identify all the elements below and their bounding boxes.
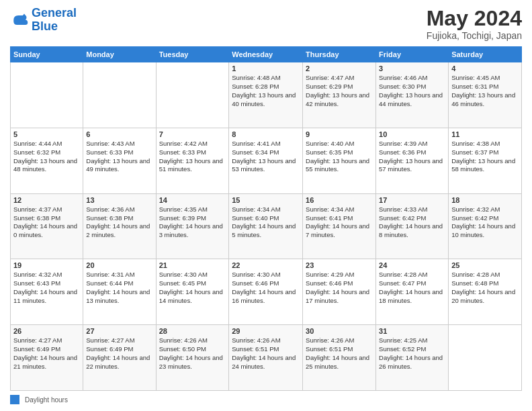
calendar-week-1: 5Sunrise: 4:44 AM Sunset: 6:32 PM Daylig… xyxy=(11,128,522,193)
day-number: 20 xyxy=(86,261,152,269)
day-info: Sunrise: 4:26 AM Sunset: 6:51 PM Dayligh… xyxy=(306,336,373,371)
day-number: 12 xyxy=(13,196,80,204)
day-info: Sunrise: 4:37 AM Sunset: 6:38 PM Dayligh… xyxy=(13,205,80,240)
day-info: Sunrise: 4:30 AM Sunset: 6:45 PM Dayligh… xyxy=(159,271,226,305)
col-header-sunday: Sunday xyxy=(11,47,83,62)
day-number: 11 xyxy=(451,130,519,138)
day-info: Sunrise: 4:32 AM Sunset: 6:43 PM Dayligh… xyxy=(13,271,80,305)
footer-bar: Daylight hours xyxy=(10,395,522,404)
day-number: 5 xyxy=(13,130,80,138)
day-number: 16 xyxy=(306,196,373,204)
calendar-cell: 29Sunrise: 4:26 AM Sunset: 6:51 PM Dayli… xyxy=(229,325,303,391)
calendar-table: SundayMondayTuesdayWednesdayThursdayFrid… xyxy=(10,46,522,391)
calendar-cell: 27Sunrise: 4:27 AM Sunset: 6:49 PM Dayli… xyxy=(83,325,156,391)
calendar-cell: 21Sunrise: 4:30 AM Sunset: 6:45 PM Dayli… xyxy=(156,259,229,325)
day-number: 17 xyxy=(379,196,445,204)
day-number: 2 xyxy=(306,64,373,73)
day-number: 4 xyxy=(451,64,519,73)
day-info: Sunrise: 4:38 AM Sunset: 6:37 PM Dayligh… xyxy=(451,140,519,174)
logo-icon xyxy=(10,11,29,30)
day-info: Sunrise: 4:40 AM Sunset: 6:35 PM Dayligh… xyxy=(306,140,373,174)
calendar-cell: 24Sunrise: 4:28 AM Sunset: 6:47 PM Dayli… xyxy=(376,259,449,325)
day-info: Sunrise: 4:31 AM Sunset: 6:44 PM Dayligh… xyxy=(86,271,152,305)
calendar-week-0: 1Sunrise: 4:48 AM Sunset: 6:28 PM Daylig… xyxy=(11,62,522,128)
day-number: 29 xyxy=(232,327,300,335)
day-number: 22 xyxy=(232,261,300,269)
day-info: Sunrise: 4:25 AM Sunset: 6:52 PM Dayligh… xyxy=(379,336,445,371)
day-info: Sunrise: 4:28 AM Sunset: 6:48 PM Dayligh… xyxy=(451,271,519,305)
logo-text: General Blue xyxy=(32,7,77,34)
day-number: 26 xyxy=(13,327,80,335)
day-info: Sunrise: 4:48 AM Sunset: 6:28 PM Dayligh… xyxy=(232,74,300,108)
col-header-tuesday: Tuesday xyxy=(156,47,229,62)
calendar-cell: 14Sunrise: 4:35 AM Sunset: 6:39 PM Dayli… xyxy=(156,193,229,259)
day-number: 8 xyxy=(232,130,300,138)
page: General Blue May 2024 Fujioka, Tochigi, … xyxy=(0,0,532,411)
daylight-box-icon xyxy=(10,395,19,404)
calendar-cell: 31Sunrise: 4:25 AM Sunset: 6:52 PM Dayli… xyxy=(376,325,449,391)
calendar-cell xyxy=(156,62,229,128)
calendar-cell: 2Sunrise: 4:47 AM Sunset: 6:29 PM Daylig… xyxy=(303,62,376,128)
day-number: 15 xyxy=(232,196,300,204)
day-number: 1 xyxy=(232,64,300,73)
day-number: 18 xyxy=(451,196,519,204)
day-number: 19 xyxy=(13,261,80,269)
calendar-cell: 11Sunrise: 4:38 AM Sunset: 6:37 PM Dayli… xyxy=(449,128,522,193)
logo-line2: Blue xyxy=(32,19,58,33)
col-header-saturday: Saturday xyxy=(449,47,522,62)
day-number: 10 xyxy=(379,130,445,138)
day-number: 13 xyxy=(86,196,152,204)
calendar-cell: 12Sunrise: 4:37 AM Sunset: 6:38 PM Dayli… xyxy=(11,193,83,259)
calendar-cell: 16Sunrise: 4:34 AM Sunset: 6:41 PM Dayli… xyxy=(303,193,376,259)
day-info: Sunrise: 4:44 AM Sunset: 6:32 PM Dayligh… xyxy=(13,140,80,174)
day-number: 9 xyxy=(306,130,373,138)
calendar-cell: 9Sunrise: 4:40 AM Sunset: 6:35 PM Daylig… xyxy=(303,128,376,193)
calendar-cell: 10Sunrise: 4:39 AM Sunset: 6:36 PM Dayli… xyxy=(376,128,449,193)
day-number: 27 xyxy=(86,327,152,335)
day-number: 7 xyxy=(159,130,226,138)
day-info: Sunrise: 4:26 AM Sunset: 6:51 PM Dayligh… xyxy=(232,336,300,371)
day-info: Sunrise: 4:35 AM Sunset: 6:39 PM Dayligh… xyxy=(159,205,226,240)
day-info: Sunrise: 4:29 AM Sunset: 6:46 PM Dayligh… xyxy=(306,271,373,305)
day-number: 28 xyxy=(159,327,226,335)
day-info: Sunrise: 4:41 AM Sunset: 6:34 PM Dayligh… xyxy=(232,140,300,174)
day-info: Sunrise: 4:28 AM Sunset: 6:47 PM Dayligh… xyxy=(379,271,445,305)
day-info: Sunrise: 4:30 AM Sunset: 6:46 PM Dayligh… xyxy=(232,271,300,305)
calendar-body: 1Sunrise: 4:48 AM Sunset: 6:28 PM Daylig… xyxy=(11,62,522,391)
day-info: Sunrise: 4:39 AM Sunset: 6:36 PM Dayligh… xyxy=(379,140,445,174)
logo: General Blue xyxy=(10,7,77,34)
day-number: 3 xyxy=(379,64,445,73)
day-number: 25 xyxy=(451,261,519,269)
day-info: Sunrise: 4:42 AM Sunset: 6:33 PM Dayligh… xyxy=(159,140,226,174)
calendar-week-3: 19Sunrise: 4:32 AM Sunset: 6:43 PM Dayli… xyxy=(11,259,522,325)
day-info: Sunrise: 4:36 AM Sunset: 6:38 PM Dayligh… xyxy=(86,205,152,240)
col-header-thursday: Thursday xyxy=(303,47,376,62)
calendar-cell: 18Sunrise: 4:32 AM Sunset: 6:42 PM Dayli… xyxy=(449,193,522,259)
col-header-monday: Monday xyxy=(83,47,156,62)
day-number: 31 xyxy=(379,327,445,335)
day-info: Sunrise: 4:33 AM Sunset: 6:42 PM Dayligh… xyxy=(379,205,445,240)
calendar-cell: 20Sunrise: 4:31 AM Sunset: 6:44 PM Dayli… xyxy=(83,259,156,325)
day-info: Sunrise: 4:34 AM Sunset: 6:40 PM Dayligh… xyxy=(232,205,300,240)
col-header-friday: Friday xyxy=(376,47,449,62)
calendar-subtitle: Fujioka, Tochigi, Japan xyxy=(427,30,522,41)
calendar-cell: 19Sunrise: 4:32 AM Sunset: 6:43 PM Dayli… xyxy=(11,259,83,325)
calendar-cell: 13Sunrise: 4:36 AM Sunset: 6:38 PM Dayli… xyxy=(83,193,156,259)
title-block: May 2024 Fujioka, Tochigi, Japan xyxy=(427,7,522,41)
calendar-title: May 2024 xyxy=(427,7,522,30)
day-number: 21 xyxy=(159,261,226,269)
day-number: 24 xyxy=(379,261,445,269)
calendar-cell: 23Sunrise: 4:29 AM Sunset: 6:46 PM Dayli… xyxy=(303,259,376,325)
day-info: Sunrise: 4:47 AM Sunset: 6:29 PM Dayligh… xyxy=(306,74,373,108)
calendar-cell: 22Sunrise: 4:30 AM Sunset: 6:46 PM Dayli… xyxy=(229,259,303,325)
calendar-cell xyxy=(83,62,156,128)
calendar-cell: 17Sunrise: 4:33 AM Sunset: 6:42 PM Dayli… xyxy=(376,193,449,259)
calendar-week-4: 26Sunrise: 4:27 AM Sunset: 6:49 PM Dayli… xyxy=(11,325,522,391)
calendar-cell xyxy=(449,325,522,391)
calendar-cell: 6Sunrise: 4:43 AM Sunset: 6:33 PM Daylig… xyxy=(83,128,156,193)
calendar-cell: 28Sunrise: 4:26 AM Sunset: 6:50 PM Dayli… xyxy=(156,325,229,391)
calendar-cell: 1Sunrise: 4:48 AM Sunset: 6:28 PM Daylig… xyxy=(229,62,303,128)
day-number: 23 xyxy=(306,261,373,269)
day-info: Sunrise: 4:27 AM Sunset: 6:49 PM Dayligh… xyxy=(13,336,80,371)
calendar-cell: 25Sunrise: 4:28 AM Sunset: 6:48 PM Dayli… xyxy=(449,259,522,325)
